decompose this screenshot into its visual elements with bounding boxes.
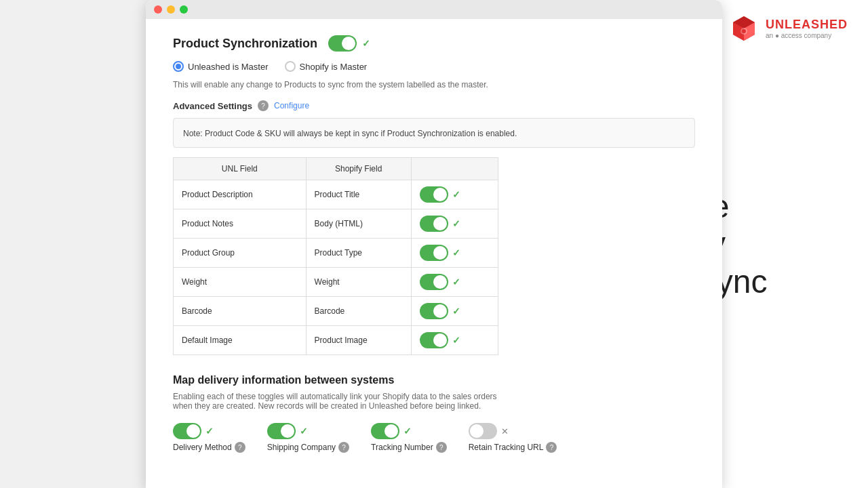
delivery-toggle-2[interactable] xyxy=(371,423,399,439)
shopify-radio-dot xyxy=(285,61,296,72)
advanced-settings-help-icon[interactable]: ? xyxy=(258,100,269,111)
delivery-label-row-0: Delivery Method ? xyxy=(173,442,245,453)
delivery-label-row-3: Retain Tracking URL ? xyxy=(469,442,557,453)
titlebar xyxy=(146,0,722,19)
product-sync-header: Product Synchronization ✓ xyxy=(173,35,695,52)
maximize-button[interactable] xyxy=(180,5,188,14)
delivery-toggle-row-0: ✓ xyxy=(173,423,214,439)
advanced-settings-label: Advanced Settings xyxy=(173,101,252,111)
unl-field-cell: Default Image xyxy=(174,326,307,355)
delivery-help-icon-1[interactable]: ? xyxy=(338,442,349,453)
product-sync-toggle[interactable] xyxy=(328,35,357,52)
table-header-toggle xyxy=(411,158,498,180)
table-row: Weight Weight ✓ xyxy=(174,268,498,297)
delivery-label-1: Shipping Company xyxy=(267,443,336,452)
table-row: Product Description Product Title ✓ xyxy=(174,180,498,209)
toggle-cell: ✓ xyxy=(411,209,498,239)
table-row: Default Image Product Image ✓ xyxy=(174,326,498,355)
delivery-toggle-row-2: ✓ xyxy=(371,423,412,439)
table-header-shopify: Shopify Field xyxy=(306,158,411,180)
unleashed-master-label: Unleashed is Master xyxy=(188,62,269,72)
unl-field-cell: Product Notes xyxy=(174,209,307,239)
row-check-icon-1: ✓ xyxy=(452,218,460,229)
delivery-help-icon-2[interactable]: ? xyxy=(436,442,447,453)
shopify-field-cell: Weight xyxy=(306,268,411,297)
delivery-toggle-row-3: ✕ xyxy=(469,423,509,439)
delivery-help-icon-3[interactable]: ? xyxy=(546,442,557,453)
configure-link[interactable]: Configure xyxy=(274,101,309,110)
close-button[interactable] xyxy=(154,5,162,14)
product-sync-title: Product Synchronization xyxy=(173,37,317,51)
delivery-label-2: Tracking Number xyxy=(371,443,433,452)
note-box: Note: Product Code & SKU will always be … xyxy=(173,118,695,148)
delivery-help-icon-0[interactable]: ? xyxy=(235,442,245,453)
toggle-cell: ✓ xyxy=(411,239,498,268)
shopify-field-cell: Barcode xyxy=(306,297,411,326)
toggle-cell: ✓ xyxy=(411,326,498,355)
advanced-settings-row: Advanced Settings ? Configure xyxy=(173,100,695,111)
row-toggle-1[interactable] xyxy=(420,216,448,232)
shopify-field-cell: Body (HTML) xyxy=(306,209,411,239)
delivery-status-icon-0: ✓ xyxy=(205,426,214,436)
unl-field-cell: Product Group xyxy=(174,239,307,268)
row-toggle-4[interactable] xyxy=(420,303,448,319)
shopify-master-label: Shopify is Master xyxy=(300,62,368,72)
product-sync-description: This will enable any change to Products … xyxy=(173,80,695,89)
delivery-items-row: ✓ Delivery Method ? ✓ Shipping Company ?… xyxy=(173,423,695,453)
delivery-item-0: ✓ Delivery Method ? xyxy=(173,423,245,453)
table-row: Barcode Barcode ✓ xyxy=(174,297,498,326)
svg-point-5 xyxy=(742,29,746,33)
product-sync-toggle-group: ✓ xyxy=(328,35,370,52)
delivery-item-2: ✓ Tracking Number ? xyxy=(371,423,447,453)
main-content: Product Synchronization ✓ Unleashed is M… xyxy=(146,19,722,488)
shopify-field-cell: Product Type xyxy=(306,239,411,268)
delivery-toggle-1[interactable] xyxy=(267,423,296,439)
minimize-button[interactable] xyxy=(167,5,175,14)
row-check-icon-0: ✓ xyxy=(452,189,460,200)
shopify-master-radio[interactable]: Shopify is Master xyxy=(285,61,368,72)
row-toggle-0[interactable] xyxy=(420,186,448,203)
brand-logo: UNLEASHED an ● access company xyxy=(729,14,848,43)
field-mapping-table: UNL Field Shopify Field Product Descript… xyxy=(173,157,498,355)
unleashed-master-radio[interactable]: Unleashed is Master xyxy=(173,61,269,72)
toggle-cell: ✓ xyxy=(411,297,498,326)
toggle-cell: ✓ xyxy=(411,180,498,209)
delivery-status-icon-3: ✕ xyxy=(501,426,509,436)
map-delivery-title: Map delivery information between systems xyxy=(173,374,695,386)
map-delivery-description: Enabling each of these toggles will auto… xyxy=(173,392,512,411)
delivery-label-3: Retain Tracking URL xyxy=(469,443,544,452)
delivery-label-row-1: Shipping Company ? xyxy=(267,442,349,453)
master-radio-group: Unleashed is Master Shopify is Master xyxy=(173,61,695,72)
row-check-icon-4: ✓ xyxy=(452,306,460,317)
unl-field-cell: Barcode xyxy=(174,297,307,326)
delivery-toggle-3[interactable] xyxy=(469,423,497,439)
main-window: Product Synchronization ✓ Unleashed is M… xyxy=(146,0,722,488)
shopify-field-cell: Product Title xyxy=(306,180,411,209)
table-row: Product Notes Body (HTML) ✓ xyxy=(174,209,498,239)
delivery-label-0: Delivery Method xyxy=(173,443,232,452)
brand-text: UNLEASHED an ● access company xyxy=(766,18,848,39)
unl-field-cell: Weight xyxy=(174,268,307,297)
row-toggle-3[interactable] xyxy=(420,274,448,290)
delivery-item-3: ✕ Retain Tracking URL ? xyxy=(469,423,557,453)
delivery-toggle-0[interactable] xyxy=(173,423,201,439)
toggle-cell: ✓ xyxy=(411,268,498,297)
table-header-unl: UNL Field xyxy=(174,158,307,180)
table-row: Product Group Product Type ✓ xyxy=(174,239,498,268)
delivery-label-row-2: Tracking Number ? xyxy=(371,442,447,453)
shopify-field-cell: Product Image xyxy=(306,326,411,355)
brand-name-label: UNLEASHED xyxy=(766,18,848,32)
unl-field-cell: Product Description xyxy=(174,180,307,209)
note-text: Note: Product Code & SKU will always be … xyxy=(183,129,517,138)
row-toggle-2[interactable] xyxy=(420,245,448,261)
delivery-toggle-row-1: ✓ xyxy=(267,423,308,439)
row-toggle-5[interactable] xyxy=(420,332,448,348)
brand-sub-label: an ● access company xyxy=(766,32,848,39)
row-check-icon-3: ✓ xyxy=(452,277,460,287)
brand-cube-icon xyxy=(729,14,759,43)
product-sync-check-icon: ✓ xyxy=(362,38,370,49)
delivery-status-icon-2: ✓ xyxy=(403,426,412,436)
row-check-icon-5: ✓ xyxy=(452,335,460,346)
unleashed-radio-dot xyxy=(173,61,184,72)
delivery-item-1: ✓ Shipping Company ? xyxy=(267,423,349,453)
